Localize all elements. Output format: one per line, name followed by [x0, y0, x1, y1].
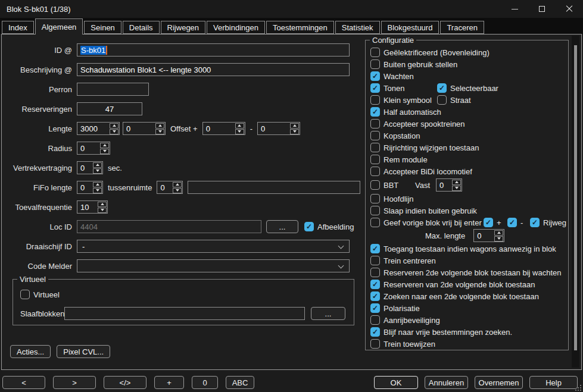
spin-up-button[interactable]: [494, 230, 503, 236]
vertrekvertraging-spinner[interactable]: 0: [77, 161, 103, 174]
nav-abc-button[interactable]: ABC: [226, 376, 254, 389]
radius-spinner[interactable]: 0: [77, 142, 110, 155]
id-input[interactable]: S-bk01: [77, 43, 350, 57]
spinner[interactable]: 0: [473, 229, 504, 242]
maximize-button[interactable]: [528, 0, 556, 18]
checkbox-rem-module[interactable]: [370, 155, 380, 164]
tab-index[interactable]: Index: [2, 21, 34, 34]
perron-input[interactable]: [77, 83, 149, 96]
checkbox-toegang-toestaan-indien-wagons-aanwezig-in-blok[interactable]: [370, 244, 380, 253]
close-button[interactable]: [556, 0, 583, 18]
spin-down-button[interactable]: [155, 129, 164, 134]
spin-up-button[interactable]: [452, 180, 461, 185]
loc-browse-button[interactable]: ...: [266, 220, 298, 233]
fifo-spinner[interactable]: 0: [77, 181, 103, 194]
spin-up-button[interactable]: [173, 182, 182, 187]
checkbox-reserveren-van-2de-volgende-blok-toestaan[interactable]: [370, 280, 380, 289]
tab-algemeen[interactable]: Algemeen: [35, 18, 83, 35]
spin-down-button[interactable]: [93, 168, 102, 174]
nav-prev-button[interactable]: <: [2, 376, 45, 389]
spin-up-button[interactable]: [93, 162, 102, 168]
checkbox-minus[interactable]: [507, 218, 517, 227]
afbeelding-checkbox[interactable]: [304, 222, 314, 231]
checkbox-zoeken-naar-een-2de-volgende-blok-toestaan[interactable]: [370, 291, 380, 301]
checkbox-bbt[interactable]: [370, 180, 380, 190]
checkbox-polarisatie[interactable]: [370, 303, 380, 313]
checkbox-klein-symbool[interactable]: [370, 95, 380, 105]
checkbox-accepteer-spooktreinen[interactable]: [370, 119, 380, 128]
tab-verbindingen[interactable]: Verbindingen: [207, 21, 265, 34]
spin-down-button[interactable]: [290, 129, 299, 134]
spin-up-button[interactable]: [235, 123, 244, 128]
offset-plus-spinner[interactable]: 0: [202, 122, 245, 135]
spin-down-button[interactable]: [110, 129, 119, 134]
pixel-cvl-button[interactable]: Pixel CVL...: [57, 345, 110, 358]
checkbox-straat[interactable]: [437, 95, 447, 105]
toevalfrequentie-spinner[interactable]: 10: [77, 200, 108, 214]
checkbox-trein-toewijzen[interactable]: [370, 339, 380, 349]
checkbox-ge-lektrificeerd-bovenleiding[interactable]: [370, 48, 380, 57]
checkbox-plus[interactable]: [484, 218, 493, 227]
fifo-extra-input[interactable]: [188, 181, 360, 194]
draaischijf-select[interactable]: -: [77, 240, 350, 253]
config-scrollbar[interactable]: [572, 36, 579, 368]
spin-down-button[interactable]: [173, 188, 182, 193]
spin-up-button[interactable]: [98, 202, 107, 207]
checkbox-buiten-gebruik-stellen[interactable]: [370, 59, 380, 69]
acties-button[interactable]: Acties...: [10, 345, 51, 358]
checkbox-reserveren-2de-volgende-blok-toestaan-bij-wachten[interactable]: [370, 268, 380, 277]
checkbox-blijf-naar-vrije-bestemmingen-zoeken[interactable]: [370, 327, 380, 337]
tussenruimte-spinner[interactable]: 0: [157, 181, 183, 194]
scrollbar-thumb[interactable]: [574, 45, 577, 350]
checkbox-half-automatisch[interactable]: [370, 107, 380, 117]
checkbox-slaap-indien-buiten-gebruik[interactable]: [370, 206, 380, 215]
checkbox-hoofdlijn[interactable]: [370, 194, 380, 203]
resize-grip[interactable]: [580, 390, 581, 391]
tab-statistiek[interactable]: Statistiek: [335, 21, 380, 34]
spin-down-button[interactable]: [235, 129, 244, 134]
tab-traceren[interactable]: Traceren: [440, 21, 484, 34]
checkbox-rijrichting-wijzigen-toestaan[interactable]: [370, 143, 380, 152]
spin-up-button[interactable]: [110, 123, 119, 128]
nav-next-button[interactable]: >: [53, 376, 96, 389]
tab-toestemmingen[interactable]: Toestemmingen: [266, 21, 334, 34]
slaafblokken-input[interactable]: [64, 307, 305, 320]
spin-down-button[interactable]: [98, 208, 107, 213]
tab-rijwegen[interactable]: Rijwegen: [161, 21, 205, 34]
spin-down-button[interactable]: [494, 236, 503, 242]
help-button[interactable]: Help: [529, 376, 578, 389]
nav-add-button[interactable]: +: [154, 376, 184, 389]
spin-up-button[interactable]: [155, 123, 164, 128]
checkbox-rijweg[interactable]: [530, 218, 540, 227]
checkbox-kopstation[interactable]: [370, 131, 380, 140]
tab-details[interactable]: Details: [123, 21, 160, 34]
spin-up-button[interactable]: [93, 182, 102, 187]
spin-down-button[interactable]: [93, 188, 102, 193]
tab-blokgestuurd[interactable]: Blokgestuurd: [381, 21, 439, 34]
nav-code-button[interactable]: </>: [104, 376, 146, 389]
spin-down-button[interactable]: [452, 186, 461, 191]
lengte-spinner[interactable]: 3000: [77, 122, 120, 135]
spin-up-button[interactable]: [100, 143, 109, 148]
code-melder-select[interactable]: [77, 259, 350, 272]
checkbox-trein-centreren[interactable]: [370, 256, 380, 265]
nav-zero-button[interactable]: 0: [192, 376, 218, 389]
slaafblokken-browse-button[interactable]: ...: [311, 307, 345, 320]
spin-up-button[interactable]: [290, 123, 299, 128]
reserveringen-input[interactable]: 47: [77, 102, 142, 115]
virtueel-checkbox[interactable]: [20, 290, 30, 299]
offset-minus-spinner[interactable]: 0: [257, 122, 300, 135]
annuleren-button[interactable]: Annuleren: [425, 376, 468, 389]
tab-seinen[interactable]: Seinen: [84, 21, 121, 34]
checkbox-selecteerbaar[interactable]: [437, 83, 447, 93]
checkbox-accepteer-bidi-locomotief[interactable]: [370, 167, 380, 176]
lengte2-spinner[interactable]: 0: [123, 122, 166, 135]
beschrijving-input[interactable]: Schaduwstation Blok1 <-- lengte 3000: [77, 63, 350, 76]
ok-button[interactable]: OK: [374, 376, 418, 389]
checkbox-wachten[interactable]: [370, 71, 380, 81]
minimize-button[interactable]: [501, 0, 528, 18]
checkbox-aanrijbeveiliging[interactable]: [370, 315, 380, 325]
overnemen-button[interactable]: Overnemen: [475, 376, 523, 389]
spin-down-button[interactable]: [100, 149, 109, 154]
checkbox-tonen[interactable]: [370, 83, 380, 93]
